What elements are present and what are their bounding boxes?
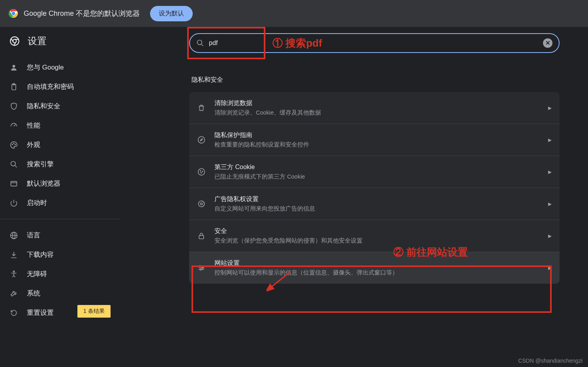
row-title: 安全 xyxy=(214,227,539,235)
settings-search-box[interactable]: ✕ xyxy=(189,33,560,53)
default-browser-banner: Google Chrome 不是您的默认浏览器 设为默认 xyxy=(0,0,588,27)
clipboard-icon xyxy=(9,83,18,91)
sidebar-item-label: 外观 xyxy=(27,140,40,149)
row-subtitle: 已阻止无痕模式下的第三方 Cookie xyxy=(214,173,539,181)
chevron-right-icon: ▸ xyxy=(548,263,552,272)
svg-rect-18 xyxy=(11,181,17,186)
sidebar-header: 设置 xyxy=(0,27,120,55)
banner-text: Google Chrome 不是您的默认浏览器 xyxy=(24,9,140,18)
sidebar-item-accessibility[interactable]: 无障碍 xyxy=(0,264,120,284)
palette-icon xyxy=(9,141,18,149)
svg-line-12 xyxy=(14,124,15,126)
row-subtitle: 安全浏览（保护您免受危险网站的侵害）和其他安全设置 xyxy=(214,237,539,245)
sidebar-item-label: 您与 Google xyxy=(27,63,64,72)
accessibility-icon xyxy=(9,270,18,279)
svg-point-39 xyxy=(202,267,203,268)
svg-rect-34 xyxy=(199,235,204,239)
svg-line-17 xyxy=(15,165,17,167)
sidebar-item-languages[interactable]: 语言 xyxy=(0,226,120,245)
ads-icon xyxy=(197,200,206,208)
svg-point-14 xyxy=(13,143,14,144)
svg-point-31 xyxy=(201,173,201,173)
svg-point-24 xyxy=(197,40,202,45)
svg-point-15 xyxy=(15,144,16,145)
shield-icon xyxy=(9,102,18,111)
row-subtitle: 控制网站可以使用和显示的信息（位置信息、摄像头、弹出式窗口等） xyxy=(214,269,539,277)
svg-point-40 xyxy=(200,269,201,270)
sidebar-item-appearance[interactable]: 外观 xyxy=(0,135,120,154)
sidebar-item-default-browser[interactable]: 默认浏览器 xyxy=(0,174,120,193)
svg-point-13 xyxy=(12,144,13,145)
search-result-count-badge: 1 条结果 xyxy=(77,305,111,318)
row-subtitle: 清除浏览记录、Cookie、缓存及其他数据 xyxy=(214,109,539,117)
row-title: 第三方 Cookie xyxy=(214,163,539,171)
sidebar-item-label: 自动填充和密码 xyxy=(27,82,74,91)
row-title: 隐私保护指南 xyxy=(214,131,539,139)
section-title: 隐私和安全 xyxy=(189,76,560,84)
row-site-settings[interactable]: 网站设置 控制网站可以使用和显示的信息（位置信息、摄像头、弹出式窗口等） ▸ xyxy=(189,252,560,284)
search-icon xyxy=(9,160,18,169)
row-title: 广告隐私权设置 xyxy=(214,195,539,203)
speedometer-icon xyxy=(9,121,18,130)
sidebar-item-label: 隐私和安全 xyxy=(27,102,60,111)
svg-point-26 xyxy=(198,137,205,143)
chevron-right-icon: ▸ xyxy=(548,199,552,208)
svg-point-16 xyxy=(11,161,16,166)
page-title: 设置 xyxy=(28,35,47,47)
main-content: ✕ 隐私和安全 清除浏览数据 清除浏览记录、Cookie、缓存及其他数据 ▸ 隐… xyxy=(125,27,588,367)
sidebar-item-on-startup[interactable]: 启动时 xyxy=(0,193,120,213)
compass-icon xyxy=(197,136,206,144)
nav-list-primary: 您与 Google 自动填充和密码 隐私和安全 性能 外观 搜索引擎 xyxy=(0,55,120,215)
sidebar-item-autofill[interactable]: 自动填充和密码 xyxy=(0,77,120,96)
nav-divider xyxy=(0,219,120,219)
row-title: 网站设置 xyxy=(214,259,539,267)
sidebar-item-downloads[interactable]: 下载内容 xyxy=(0,245,120,264)
sidebar-item-label: 启动时 xyxy=(27,198,47,207)
watermark: CSDN @shandianchengzi xyxy=(518,358,582,364)
svg-line-25 xyxy=(201,44,203,46)
set-default-button[interactable]: 设为默认 xyxy=(150,6,193,21)
svg-point-9 xyxy=(13,65,15,68)
reset-icon xyxy=(9,309,18,317)
wrench-icon xyxy=(9,289,18,298)
row-security[interactable]: 安全 安全浏览（保护您免受危险网站的侵害）和其他安全设置 ▸ xyxy=(189,220,560,252)
lock-icon xyxy=(197,232,206,240)
sidebar-item-label: 语言 xyxy=(27,231,40,240)
chevron-right-icon: ▸ xyxy=(548,168,552,176)
sidebar-item-privacy[interactable]: 隐私和安全 xyxy=(0,96,120,116)
svg-point-2 xyxy=(12,12,15,15)
sidebar-item-performance[interactable]: 性能 xyxy=(0,116,120,135)
row-third-party-cookies[interactable]: 第三方 Cookie 已阻止无痕模式下的第三方 Cookie ▸ xyxy=(189,156,560,188)
row-clear-browsing-data[interactable]: 清除浏览数据 清除浏览记录、Cookie、缓存及其他数据 ▸ xyxy=(189,92,560,124)
cookie-icon xyxy=(197,168,206,176)
row-privacy-guide[interactable]: 隐私保护指南 检查重要的隐私控制设置和安全控件 ▸ xyxy=(189,124,560,156)
svg-point-30 xyxy=(202,171,203,172)
trash-icon xyxy=(197,104,206,112)
chrome-outline-icon xyxy=(9,36,20,46)
row-subtitle: 自定义网站可用来向您投放广告的信息 xyxy=(214,205,539,213)
privacy-card: 清除浏览数据 清除浏览记录、Cookie、缓存及其他数据 ▸ 隐私保护指南 检查… xyxy=(189,92,560,284)
svg-marker-27 xyxy=(200,139,203,141)
chevron-right-icon: ▸ xyxy=(548,231,552,240)
sidebar-item-label: 性能 xyxy=(27,121,40,130)
clear-search-button[interactable]: ✕ xyxy=(543,38,552,48)
sidebar-item-label: 系统 xyxy=(27,289,40,298)
sidebar-item-you-and-google[interactable]: 您与 Google xyxy=(0,58,120,77)
sidebar-item-search-engine[interactable]: 搜索引擎 xyxy=(0,154,120,174)
sidebar-item-system[interactable]: 系统 xyxy=(0,284,120,303)
search-input[interactable] xyxy=(209,40,538,47)
svg-point-23 xyxy=(13,271,14,272)
svg-point-38 xyxy=(199,265,201,267)
power-icon xyxy=(9,199,18,207)
person-icon xyxy=(9,63,18,72)
svg-point-29 xyxy=(200,171,201,171)
browser-icon xyxy=(9,179,18,188)
row-ad-privacy[interactable]: 广告隐私权设置 自定义网站可用来向您投放广告的信息 ▸ xyxy=(189,188,560,220)
sidebar-item-label: 搜索引擎 xyxy=(27,160,54,169)
sidebar-item-label: 无障碍 xyxy=(27,269,47,279)
chrome-logo-icon xyxy=(9,9,18,18)
globe-icon xyxy=(9,231,18,240)
sidebar-item-label: 重置设置 xyxy=(27,308,54,317)
chevron-right-icon: ▸ xyxy=(548,104,552,112)
download-icon xyxy=(9,250,18,259)
